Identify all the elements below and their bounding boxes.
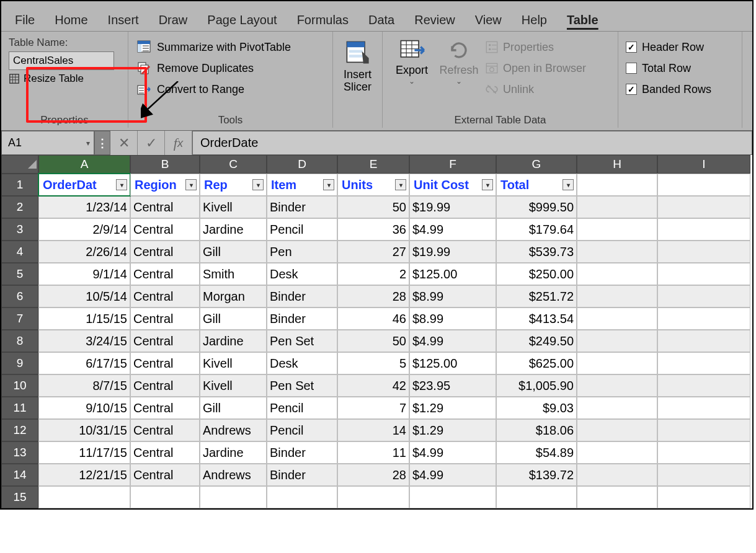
cell[interactable]: Central [130, 397, 200, 419]
cell[interactable] [657, 285, 750, 307]
insert-slicer-button[interactable]: InsertSlicer [333, 32, 383, 128]
cell[interactable]: Kivell [200, 196, 267, 218]
cell[interactable]: $125.00 [409, 263, 496, 285]
cell[interactable]: 46 [337, 307, 409, 330]
row-header[interactable]: 15 [1, 486, 38, 508]
cell[interactable]: Central [130, 241, 200, 263]
cell[interactable] [577, 464, 657, 486]
cell[interactable]: 11 [337, 441, 409, 464]
table-header-cell[interactable]: Rep▾ [200, 174, 267, 196]
cell[interactable]: 50 [337, 196, 409, 218]
cell[interactable]: Gill [200, 397, 267, 419]
row-header[interactable]: 6 [1, 285, 38, 307]
resize-table-button[interactable]: Resize Table [9, 73, 120, 85]
table-header-cell[interactable]: Region▾ [130, 174, 200, 196]
cell[interactable]: 11/17/15 [38, 441, 130, 464]
tab-table[interactable]: Table [557, 8, 608, 31]
cell[interactable] [577, 486, 657, 508]
name-box[interactable]: A1 [1, 131, 94, 155]
cell[interactable] [577, 241, 657, 263]
column-header-H[interactable]: H [577, 155, 657, 174]
cell[interactable] [657, 374, 750, 397]
banded-rows-checkbox[interactable]: ✓Banded Rows [626, 79, 734, 100]
table-header-cell[interactable]: Total▾ [496, 174, 577, 196]
cell[interactable] [200, 486, 267, 508]
cell[interactable]: $8.99 [409, 307, 496, 330]
row-header[interactable]: 3 [1, 218, 38, 241]
row-header[interactable]: 1 [1, 174, 38, 196]
cell[interactable]: Pen [267, 241, 337, 263]
cell[interactable] [38, 486, 130, 508]
spreadsheet-grid[interactable]: ABCDEFGHI 1OrderDat▾Region▾Rep▾Item▾Unit… [1, 155, 752, 508]
cell[interactable] [657, 174, 750, 196]
cell[interactable]: Central [130, 285, 200, 307]
cell[interactable]: Pencil [267, 397, 337, 419]
cell[interactable]: Kivell [200, 352, 267, 374]
tab-review[interactable]: Review [404, 8, 465, 31]
cell[interactable]: Jardine [200, 218, 267, 241]
export-button[interactable]: Export ⌄ [390, 37, 434, 112]
cell[interactable]: 2/9/14 [38, 218, 130, 241]
cell[interactable]: Andrews [200, 464, 267, 486]
tab-file[interactable]: File [5, 8, 45, 31]
cell[interactable] [577, 397, 657, 419]
cell[interactable] [337, 486, 409, 508]
cell[interactable] [577, 352, 657, 374]
cancel-formula-button[interactable]: ✕ [110, 131, 138, 155]
cell[interactable]: $539.73 [496, 241, 577, 263]
filter-dropdown-icon[interactable]: ▾ [563, 179, 574, 190]
cell[interactable]: Central [130, 441, 200, 464]
cell[interactable]: 1/15/15 [38, 307, 130, 330]
cell[interactable]: $250.00 [496, 263, 577, 285]
column-header-G[interactable]: G [496, 155, 577, 174]
column-header-I[interactable]: I [657, 155, 750, 174]
cell[interactable]: $625.00 [496, 352, 577, 374]
cell[interactable] [577, 218, 657, 241]
cell[interactable]: $413.54 [496, 307, 577, 330]
cell[interactable]: $4.99 [409, 218, 496, 241]
cell[interactable]: $1,005.90 [496, 374, 577, 397]
cell[interactable]: $4.99 [409, 464, 496, 486]
cell[interactable] [657, 464, 750, 486]
row-header[interactable]: 9 [1, 352, 38, 374]
cell[interactable]: Desk [267, 263, 337, 285]
cell[interactable] [577, 263, 657, 285]
table-header-cell[interactable]: Item▾ [267, 174, 337, 196]
enter-formula-button[interactable]: ✓ [138, 131, 165, 155]
cell[interactable]: Gill [200, 307, 267, 330]
tab-data[interactable]: Data [358, 8, 404, 31]
row-header[interactable]: 8 [1, 330, 38, 352]
row-header[interactable]: 13 [1, 441, 38, 464]
filter-dropdown-icon[interactable]: ▾ [482, 179, 493, 190]
cell[interactable]: Central [130, 196, 200, 218]
cell[interactable]: 1/23/14 [38, 196, 130, 218]
cell[interactable]: Pen Set [267, 330, 337, 352]
cell[interactable]: $251.72 [496, 285, 577, 307]
row-header[interactable]: 10 [1, 374, 38, 397]
tab-draw[interactable]: Draw [149, 8, 198, 31]
cell[interactable]: Gill [200, 241, 267, 263]
cell[interactable]: $23.95 [409, 374, 496, 397]
convert-to-range-button[interactable]: Convert to Range [136, 79, 325, 100]
column-header-E[interactable]: E [337, 155, 409, 174]
column-header-D[interactable]: D [267, 155, 337, 174]
filter-dropdown-icon[interactable]: ▾ [252, 179, 264, 190]
cell[interactable] [657, 307, 750, 330]
cell[interactable]: $4.99 [409, 330, 496, 352]
cell[interactable]: Central [130, 419, 200, 441]
cell[interactable] [577, 307, 657, 330]
cell[interactable]: 10/5/14 [38, 285, 130, 307]
insert-function-button[interactable]: fx [165, 131, 192, 155]
cell[interactable]: $19.99 [409, 196, 496, 218]
tab-formulas[interactable]: Formulas [287, 8, 358, 31]
cell[interactable]: Central [130, 218, 200, 241]
cell[interactable]: 27 [337, 241, 409, 263]
remove-duplicates-button[interactable]: Remove Duplicates [136, 58, 325, 79]
cell[interactable]: Desk [267, 352, 337, 374]
cell[interactable]: 28 [337, 464, 409, 486]
filter-dropdown-icon[interactable]: ▾ [116, 179, 127, 190]
cell[interactable]: 2/26/14 [38, 241, 130, 263]
cell[interactable]: $8.99 [409, 285, 496, 307]
cell[interactable]: 7 [337, 397, 409, 419]
tab-home[interactable]: Home [45, 8, 97, 31]
